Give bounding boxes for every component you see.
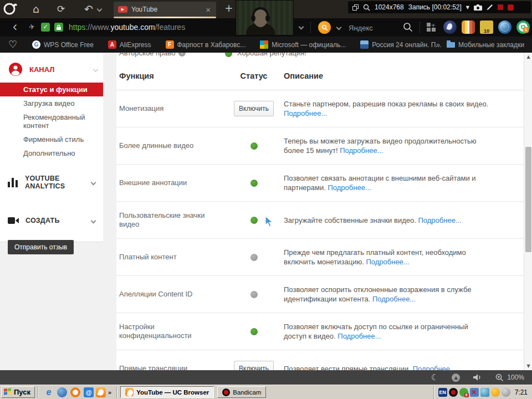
analytics-chevron-icon[interactable]	[91, 180, 96, 185]
https-lock-icon[interactable]	[54, 23, 63, 32]
bookmarks-overflow-chevron[interactable]: »	[436, 40, 440, 49]
page-scrollbar[interactable]: ▲ ▼	[524, 53, 532, 370]
sidebar-item[interactable]: Статус и функции	[0, 83, 103, 96]
task-button-uc-browser[interactable]: YouTube — UC Browser	[120, 386, 214, 398]
url-dropdown-chevron-icon[interactable]	[299, 24, 304, 30]
win10-extension-icon[interactable]: 10	[480, 21, 493, 34]
home-button[interactable]: ⌂	[27, 0, 45, 18]
zoom-control[interactable]: 100%	[495, 374, 524, 382]
analytics-section-header[interactable]: YOUTUBE ANALYTICS	[0, 167, 103, 198]
info-icon[interactable]: i	[178, 53, 186, 57]
search-engine-chevron-icon[interactable]	[336, 25, 342, 30]
windows-taskbar: Пуск e@ » YouTube — UC Browser Bandicam …	[0, 385, 532, 399]
safe-check-icon[interactable]: ✓	[41, 23, 50, 32]
task-button-bandicam[interactable]: Bandicam	[217, 386, 266, 398]
orange-ring-icon[interactable]	[70, 387, 80, 397]
webcam-overlay	[236, 0, 294, 35]
bookmark-item[interactable]: Россия 24 онлайн. П...	[360, 40, 441, 49]
night-mode-icon[interactable]: ☾	[431, 372, 438, 382]
en-language-indicator[interactable]: EN	[438, 388, 447, 397]
recording-overlay-bar: 1024x768 Запись [00:02:52] ▼	[348, 1, 531, 13]
uc-browser-logo-icon[interactable]	[2, 1, 18, 19]
uc-browser-quicklaunch-icon[interactable]	[96, 387, 106, 397]
enable-button[interactable]: Включить	[234, 361, 274, 370]
clock: 7:21	[515, 388, 528, 396]
bookmark-item[interactable]: GWPS Office Free	[32, 40, 94, 49]
sidebar-item[interactable]: Фирменный стиль	[0, 132, 103, 146]
russia24-icon	[360, 40, 369, 49]
add-apps-icon[interactable]: +	[427, 23, 436, 32]
channel-section-header[interactable]: КАНАЛ	[0, 53, 103, 83]
sidebar-item[interactable]: Рекомендованный контент	[0, 110, 103, 132]
favorites-heart-icon[interactable]: ♡	[8, 38, 17, 50]
start-button[interactable]: Пуск	[1, 386, 35, 398]
bookmark-item[interactable]: Microsoft — официаль...	[260, 40, 346, 49]
globe-extension-icon[interactable]	[498, 21, 511, 34]
more-link[interactable]: Подробнее...	[418, 216, 461, 224]
tab-title: YouTube	[131, 6, 204, 13]
feature-status-cell: Включить	[238, 361, 269, 370]
divider	[116, 387, 117, 398]
ie-icon[interactable]: e	[44, 387, 54, 397]
feature-name: Более длинные видео	[116, 141, 238, 150]
more-link[interactable]: Подробнее...	[337, 332, 381, 340]
speed-mode-icon[interactable]: ✈	[28, 22, 35, 31]
red-x-tray-icon[interactable]: ✕	[470, 388, 479, 397]
search-icon[interactable]	[403, 22, 413, 34]
bandicam-tray-icon[interactable]	[449, 388, 458, 397]
rainbow-tv-extension-icon[interactable]	[462, 21, 475, 34]
url-text[interactable]: https://www.youtube.com/features	[69, 23, 185, 32]
more-link[interactable]: Подробнее...	[366, 258, 409, 266]
more-link[interactable]: Подробнее...	[284, 109, 327, 117]
sidebar-item[interactable]: Дополнительно	[0, 146, 103, 160]
new-tab-button[interactable]: +	[221, 0, 237, 18]
green-q-extension-icon[interactable]: Q1	[516, 21, 530, 34]
mobile-bookmarks-folder[interactable]: Мобильные закладки	[447, 41, 524, 49]
features-content: Авторское право i Хорошая репутация! Фун…	[116, 53, 524, 370]
extension-icons: 10Q1	[443, 21, 530, 34]
search-input[interactable]: Яндекс	[349, 24, 373, 32]
blue-at-icon[interactable]: @	[84, 387, 94, 397]
scrollbar-thumb[interactable]	[525, 147, 531, 252]
status-dot	[225, 53, 232, 57]
back-button[interactable]: ‹	[8, 18, 22, 37]
scroll-up-icon[interactable]: ▲	[524, 53, 532, 61]
capture-window-icon[interactable]	[352, 4, 359, 11]
orange-ball-tray-icon[interactable]	[491, 388, 500, 397]
refresh-button[interactable]: ⟳	[52, 0, 70, 18]
boost-icon[interactable]: ▲	[452, 374, 460, 382]
bookmark-item[interactable]: AAliExpress	[108, 40, 151, 49]
stop-record-icon[interactable]	[498, 4, 503, 10]
copyright-row-label: Авторское право	[119, 53, 175, 57]
bookmark-label: Фарпост в Хабаровс...	[177, 41, 246, 49]
status-dot	[250, 291, 258, 298]
scroll-down-icon[interactable]: ▼	[524, 362, 532, 370]
browser-status-bar: ☾ ▲ 100%	[0, 370, 532, 385]
search-engine-icon[interactable]	[318, 21, 331, 34]
send-feedback-button[interactable]: Отправить отзыв	[8, 240, 74, 254]
farpost-icon: F	[166, 40, 174, 49]
feature-description: Позволяет вести прямые трансляции.	[284, 365, 411, 371]
quicklaunch-overflow-chevron[interactable]: »	[106, 389, 114, 396]
more-link[interactable]: Подробнее...	[328, 183, 371, 192]
feature-status-cell	[238, 142, 269, 150]
sidebar-item[interactable]: Загрузка видео	[0, 96, 103, 110]
more-link[interactable]: Подробнее...	[413, 365, 456, 371]
undo-button[interactable]: ↶	[79, 0, 98, 18]
more-link[interactable]: Подробнее...	[340, 146, 383, 155]
dark-ball-extension-icon[interactable]	[443, 21, 457, 34]
bookmark-item[interactable]: FФарпост в Хабаровс...	[166, 40, 246, 49]
record-icon[interactable]	[508, 4, 514, 11]
blue-ball-icon[interactable]	[57, 387, 67, 397]
create-chevron-icon[interactable]	[91, 218, 96, 223]
enable-button[interactable]: Включить	[234, 101, 274, 116]
recording-dropdown-icon[interactable]: ▼	[466, 5, 469, 10]
teal-tray-icon[interactable]	[480, 388, 489, 397]
green-badge-tray-icon[interactable]: 6	[459, 388, 468, 397]
gray-swirl-tray-icon[interactable]	[502, 388, 510, 397]
tab-youtube[interactable]: ▶ YouTube ×	[114, 2, 216, 17]
more-link[interactable]: Подробнее...	[372, 295, 416, 303]
system-tray: EN6✕ 7:21	[433, 386, 532, 399]
tab-close-icon[interactable]: ×	[204, 5, 212, 14]
create-section-header[interactable]: СОЗДАТЬ	[0, 209, 103, 232]
